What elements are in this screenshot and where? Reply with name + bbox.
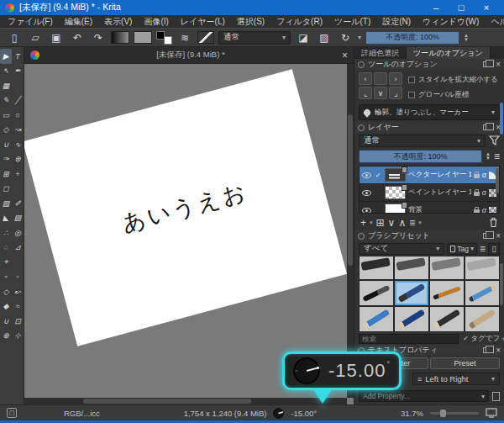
brush-preset[interactable] [395, 281, 428, 305]
reload-preset-icon[interactable]: ↻ [337, 31, 354, 45]
text-tool[interactable]: T [12, 49, 24, 64]
menu-item[interactable]: 表示(V) [98, 16, 138, 28]
menu-item[interactable]: レイヤー(L) [175, 16, 231, 28]
bezier-curve-tool[interactable]: ∪ [0, 137, 12, 152]
brush-grid-scrollbar[interactable] [500, 263, 503, 305]
pattern-swatch[interactable] [134, 31, 152, 44]
arrange-button[interactable]: ⌞ [359, 87, 372, 99]
maximize-button[interactable]: □ [449, 0, 474, 15]
brush-preset[interactable] [430, 281, 464, 305]
color-sampler-tool[interactable]: ✐ [12, 196, 24, 211]
arrange-button[interactable]: ‹ [359, 72, 372, 85]
brush-preset[interactable] [360, 256, 393, 279]
selection-display-icon[interactable]: ▢ [7, 408, 17, 418]
add-layer-button[interactable]: + [360, 217, 366, 229]
chevron-down-icon[interactable]: ▾ [370, 219, 373, 226]
alpha-lock-icon[interactable]: α [482, 171, 486, 179]
layer-properties-button[interactable]: ≡ [409, 217, 415, 229]
preserve-alpha-icon[interactable]: ▨ [316, 31, 333, 45]
close-button[interactable]: × [474, 0, 499, 15]
menu-item[interactable]: フィルタ(R) [270, 16, 328, 28]
close-docker-icon[interactable]: × [496, 346, 501, 355]
rect-select-tool[interactable]: ▫ [0, 270, 12, 285]
brush-search-input[interactable] [359, 334, 459, 344]
opacity-slider[interactable]: 不透明度: 100% [365, 31, 459, 45]
duplicate-layer-button[interactable]: ⊞ [376, 217, 385, 229]
menu-item[interactable]: ツール(T) [328, 16, 376, 28]
menu-item[interactable]: ファイル(F) [2, 16, 59, 28]
lock-icon[interactable] [474, 174, 480, 178]
lock-icon[interactable] [474, 192, 480, 196]
canvas-page[interactable]: あいうえお [24, 69, 347, 346]
chevron-down-icon[interactable]: ▾ [358, 34, 361, 41]
redo-icon[interactable]: ↷ [90, 31, 107, 45]
zoom-slider[interactable] [430, 412, 479, 415]
crop-tool[interactable]: ◻ [0, 182, 12, 197]
ellipse-tool[interactable]: ○ [12, 108, 24, 123]
dynamic-brush-tool[interactable]: ✑ [0, 152, 12, 167]
select-shapes-tool[interactable]: ▶ [0, 49, 12, 64]
undo-icon[interactable]: ↶ [69, 31, 86, 45]
similar-select-tool[interactable]: ≈ [12, 299, 24, 315]
layer-row-paint[interactable]: ペイントレイヤー 1 α [360, 184, 499, 202]
freehand-path-tool[interactable]: ∿ [12, 137, 24, 152]
add-property-select[interactable]: Add Property... ▾ [359, 390, 489, 402]
monitor-icon[interactable] [486, 408, 497, 418]
fill-patch-tool[interactable]: ▦ [0, 78, 12, 93]
zoom-percentage-label[interactable]: 31.7% [401, 409, 423, 418]
scale-styles-checkbox[interactable]: スタイルを拡大縮小する [408, 75, 498, 85]
transform-tool[interactable]: ⊞ [0, 167, 12, 182]
fg-bg-colors[interactable] [156, 31, 172, 45]
arrange-button[interactable]: ∨ [374, 87, 387, 99]
float-docker-icon[interactable] [483, 61, 490, 67]
canvas-rotation-label[interactable]: -15.00° [291, 409, 317, 418]
polygon-select-tool[interactable]: ◇ [0, 284, 12, 299]
polygon-tool[interactable]: ◇ [0, 123, 12, 138]
minimize-button[interactable]: – [423, 0, 449, 15]
freehand-brush-tool[interactable]: ✎ [0, 93, 12, 108]
rectangle-tool[interactable]: ▭ [0, 108, 12, 123]
menu-item[interactable]: 選択(S) [231, 16, 270, 28]
layer-blending-mode-select[interactable]: 通常 ▾ [359, 135, 486, 147]
brush-preset[interactable] [465, 281, 499, 305]
airbrush-tool[interactable]: ∴ [0, 225, 12, 241]
layer-opacity-spinner[interactable]: ▲▼ [486, 152, 491, 161]
contiguous-select-tool[interactable]: ◆ [0, 299, 12, 315]
layer-check-icon[interactable]: ✓ [374, 172, 382, 179]
fill-tool[interactable]: ◣ [0, 211, 12, 226]
brush-preset[interactable] [465, 256, 499, 279]
line-tool[interactable]: ╱ [12, 93, 24, 108]
float-docker-icon[interactable] [483, 124, 490, 130]
edit-shapes-tool[interactable]: ↖ [0, 64, 12, 79]
brush-preset[interactable] [395, 307, 428, 331]
menu-item[interactable]: 設定(N) [376, 16, 417, 28]
polyline-tool[interactable]: ↝ [12, 123, 24, 138]
visibility-eye-icon[interactable] [362, 208, 371, 214]
canvas-vertical-scrollbar[interactable] [347, 64, 354, 398]
global-coordinates-checkbox[interactable]: グローバル座標 [408, 90, 498, 100]
brush-preset[interactable] [360, 281, 393, 305]
pan-tool[interactable]: ⊹ [12, 329, 24, 344]
canvas-horizontal-scrollbar[interactable] [24, 398, 347, 404]
gradient-swatch[interactable] [111, 31, 129, 44]
magnetic-select-tool[interactable]: ⊡ [12, 314, 24, 329]
property-box-icon[interactable] [492, 392, 500, 401]
layer-row-background[interactable]: 背景 α [360, 202, 499, 214]
tool-options-scrollbar[interactable] [500, 103, 503, 135]
alpha-lock-icon[interactable]: α [482, 206, 486, 214]
close-docker-icon[interactable]: × [496, 232, 501, 241]
lock-icon[interactable] [474, 209, 480, 214]
menu-item[interactable]: 編集(E) [59, 16, 98, 28]
stroke-fill-dropdown[interactable]: 輪郭、塗りつぶし、マーカー ▾ [359, 104, 500, 120]
reference-images-tool[interactable]: ⌖ [0, 255, 12, 270]
float-docker-icon[interactable] [483, 347, 490, 353]
document-close-icon[interactable]: × [342, 50, 348, 61]
tab-advanced-color-selector[interactable]: 詳細色選択 [354, 47, 407, 59]
brush-preset[interactable] [465, 307, 499, 331]
smart-patch-tool[interactable]: ◌ [0, 241, 12, 256]
arrange-button[interactable]: › [389, 72, 402, 85]
ellipse-select-tool[interactable]: ◦ [12, 270, 24, 285]
multibrush-tool[interactable]: ⊛ [12, 152, 24, 167]
blending-mode-select[interactable]: 通常 ▾ [218, 31, 291, 45]
visibility-eye-icon[interactable] [362, 190, 371, 196]
